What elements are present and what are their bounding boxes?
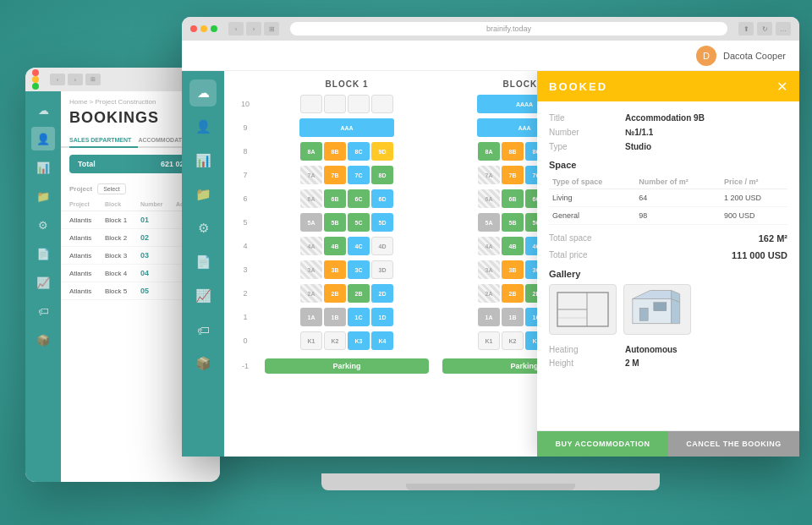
u5-1-5A[interactable]: 5A (300, 213, 322, 232)
cancel-booking-button[interactable]: CANCEL THE BOOKING (668, 431, 799, 457)
tablet-tag-icon[interactable]: 🏷 (31, 299, 55, 323)
u7-1-7B[interactable]: 7B (324, 166, 346, 184)
u4-1-4C[interactable]: 4C (348, 237, 370, 255)
u2-1-2D[interactable]: 2D (371, 284, 393, 303)
u0-2-K1[interactable]: K1 (478, 331, 500, 350)
u3-1-3D[interactable]: 3D (371, 260, 393, 279)
u0-1-K1[interactable]: K1 (300, 331, 322, 350)
unit-10-1B[interactable] (324, 95, 346, 113)
u8-1-8A[interactable]: 8A (300, 142, 322, 161)
u3-2-3B[interactable]: 3B (502, 260, 524, 279)
u1-1-1C[interactable]: 1C (348, 308, 370, 326)
u7-2-7B[interactable]: 7B (502, 166, 524, 184)
u6-1-6C[interactable]: 6C (348, 189, 370, 208)
app-tag-icon[interactable]: 🏷 (189, 316, 217, 343)
refresh-btn[interactable]: ↻ (757, 22, 772, 36)
u8-1-8C[interactable]: 8C (348, 142, 370, 161)
u2-1-2A[interactable]: 2A (300, 284, 322, 303)
project-select[interactable]: Select (97, 183, 125, 194)
close-icon[interactable]: ✕ (776, 79, 787, 95)
u6-1-6D[interactable]: 6D (371, 189, 393, 208)
u0-1-K4[interactable]: K4 (371, 331, 393, 350)
dialog-body: Title Accommodation 9B Number №1/1.1 Typ… (537, 101, 799, 426)
tab-sales[interactable]: SALES DEPARTMENT (69, 134, 138, 148)
tablet-chart-icon[interactable]: 📊 (31, 156, 55, 179)
tablet-box-icon[interactable]: 📦 (31, 328, 55, 352)
unit-10-1C[interactable] (348, 95, 370, 113)
unit-9-AAA-b1[interactable]: AAA (299, 118, 394, 137)
browser-back[interactable]: ‹ (228, 22, 244, 36)
gallery-img-floorplan[interactable] (549, 284, 617, 335)
number-value: №1/1.1 (625, 128, 787, 137)
gallery-img-3d[interactable] (623, 284, 691, 335)
u5-1-5C[interactable]: 5C (348, 213, 370, 232)
u4-1-4A[interactable]: 4A (300, 237, 322, 255)
u2-1-2B[interactable]: 2B (324, 284, 346, 303)
u5-1-5B[interactable]: 5B (324, 213, 346, 232)
u5-2-5B[interactable]: 5B (502, 213, 524, 232)
tablet-folder-icon[interactable]: 📁 (31, 184, 55, 208)
tablet-graph-icon[interactable]: 📈 (31, 271, 55, 294)
floor-num-10: 10 (233, 100, 258, 108)
app-box-icon[interactable]: 📦 (189, 350, 217, 377)
u5-1-5D[interactable]: 5D (371, 213, 393, 232)
app-doc-icon[interactable]: 📄 (189, 249, 217, 276)
u7-1-7D[interactable]: 8D (371, 166, 393, 184)
u0-1-K2[interactable]: K2 (324, 331, 346, 350)
browser-forward[interactable]: › (246, 22, 261, 36)
u1-2-1A[interactable]: 1A (478, 308, 500, 326)
app-folder-icon[interactable]: 📁 (189, 181, 217, 208)
u6-1-6A[interactable]: 6A (300, 189, 322, 208)
app-chart-icon[interactable]: 📊 (189, 147, 217, 174)
u4-1-4D[interactable]: 4D (371, 237, 393, 255)
tablet-user-icon[interactable]: 👤 (31, 127, 55, 150)
u4-1-4B[interactable]: 4B (324, 237, 346, 255)
space-price: 900 USD (721, 207, 787, 225)
u7-1-7C[interactable]: 7C (348, 166, 370, 184)
u6-2-6B[interactable]: 6B (502, 189, 524, 208)
u1-1-1B[interactable]: 1B (324, 308, 346, 326)
u8-2-8A[interactable]: 8A (478, 142, 500, 161)
share-btn[interactable]: ⬆ (738, 22, 754, 36)
unit-10-1A[interactable] (300, 95, 322, 113)
space-table-row: Living 64 1 200 USD (549, 189, 787, 207)
u8-1-8D[interactable]: 9D (371, 142, 393, 161)
u6-2-6A[interactable]: 6A (478, 189, 500, 208)
u2-2-2B[interactable]: 2B (502, 284, 524, 303)
u2-2-2A[interactable]: 2A (478, 284, 500, 303)
buy-accommodation-button[interactable]: BUY ACCOMMODATION (537, 431, 668, 457)
u5-2-5A[interactable]: 5A (478, 213, 500, 232)
parking-btn-1[interactable]: Parking (265, 358, 429, 374)
grid-btn[interactable]: ⊞ (85, 74, 101, 85)
browser-grid[interactable]: ⊞ (264, 22, 279, 36)
u3-2-3A[interactable]: 3A (478, 260, 500, 279)
unit-10-1D[interactable] (371, 95, 393, 113)
u1-1-1A[interactable]: 1A (300, 308, 322, 326)
u1-1-1D[interactable]: 1D (371, 308, 393, 326)
u3-1-3A[interactable]: 3A (300, 260, 322, 279)
back-btn[interactable]: ‹ (50, 74, 65, 85)
u3-1-3C[interactable]: 3C (348, 260, 370, 279)
forward-btn[interactable]: › (68, 74, 83, 85)
app-graph-icon[interactable]: 📈 (189, 282, 217, 309)
u8-1-8B[interactable]: 8B (324, 142, 346, 161)
app-settings-icon[interactable]: ⚙ (189, 215, 217, 242)
u4-2-4A[interactable]: 4A (478, 237, 500, 255)
u4-2-4B[interactable]: 4B (502, 237, 524, 255)
u8-2-8B[interactable]: 8B (502, 142, 524, 161)
u7-1-7A[interactable]: 7A (300, 166, 322, 184)
tablet-cloud-icon[interactable]: ☁ (31, 98, 55, 122)
u0-2-K2[interactable]: K2 (502, 331, 524, 350)
u2-1-2B2[interactable]: 2B (348, 284, 370, 303)
u0-1-K3[interactable]: K3 (348, 331, 370, 350)
tablet-doc-icon[interactable]: 📄 (31, 242, 55, 265)
u3-1-3B[interactable]: 3B (324, 260, 346, 279)
tablet-settings-icon[interactable]: ⚙ (31, 213, 55, 237)
app-user-icon[interactable]: 👤 (189, 113, 217, 140)
address-bar[interactable]: brainify.today (290, 22, 727, 36)
more-btn[interactable]: … (776, 22, 791, 36)
u7-2-7A[interactable]: 7A (478, 166, 500, 184)
app-cloud-icon[interactable]: ☁ (189, 79, 217, 107)
u1-2-1B[interactable]: 1B (502, 308, 524, 326)
u6-1-6B[interactable]: 6B (324, 189, 346, 208)
